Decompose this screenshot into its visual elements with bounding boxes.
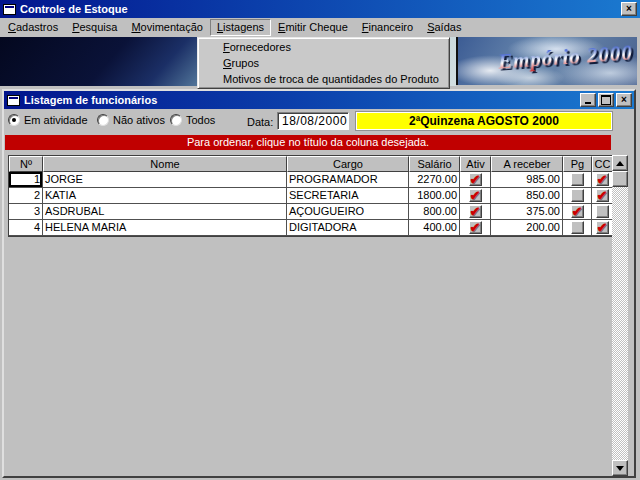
cell-areceber[interactable]: 375.00 [491,204,563,220]
listagem-funcionarios-window: Listagem de funcionários × Em atividade … [2,89,636,478]
checkbox-icon[interactable] [571,221,584,234]
radio-circle-icon [170,114,182,126]
checkbox-icon[interactable]: ✔ [469,221,482,234]
child-window-title: Listagem de funcionários [24,94,157,106]
table-row: 3 ASDRUBAL AÇOUGUEIRO 800.00 ✔ 375.00 ✔ [9,204,612,220]
radio-todos[interactable]: Todos [170,114,215,126]
radio-circle-icon [97,114,109,126]
checkbox-icon[interactable] [596,205,609,218]
cell-num[interactable]: 4 [9,220,43,236]
cell-nome[interactable]: ASDRUBAL [43,204,287,220]
employees-table: Nº Nome Cargo Salário Ativ A receber Pg … [8,155,613,237]
child-body: Em atividade Não ativos Todos Data: 18/0… [4,109,634,476]
sort-hint-banner: Para ordenar, clique no título da coluna… [5,135,611,150]
cell-pg[interactable] [563,188,592,204]
menu-listagens[interactable]: Listagens [210,19,271,36]
close-icon[interactable]: × [616,93,632,107]
child-titlebar: Listagem de funcionários × [4,91,634,109]
checkbox-icon[interactable]: ✔ [596,173,609,186]
table-row: 1 JORGE PROGRAMADOR 2270.00 ✔ 985.00 ✔ [9,172,612,188]
cell-salario[interactable]: 1800.00 [409,188,460,204]
main-titlebar: Controle de Estoque × [0,0,640,18]
listagens-dropdown-menu: Fornecedores Grupos Motivos de troca de … [197,37,450,89]
table-row: 2 KATIA SECRETARIA 1800.00 ✔ 850.00 ✔ [9,188,612,204]
header-pg[interactable]: Pg [563,156,592,172]
cell-cc[interactable] [592,204,612,220]
header-ativ[interactable]: Ativ [460,156,491,172]
radio-nao-ativos[interactable]: Não ativos [97,114,165,126]
cell-cc[interactable]: ✔ [592,172,612,188]
child-window-icon [7,95,20,106]
menu-saidas[interactable]: Saídas [420,19,468,36]
main-window-title: Controle de Estoque [20,3,128,15]
logo-panel: Empório 2000 [456,37,637,85]
table-row: 4 HELENA MARIA DIGITADORA 400.00 ✔ 200.0… [9,220,612,236]
vertical-scrollbar[interactable] [612,155,628,476]
menu-movimentacao[interactable]: Movimentação [124,19,210,36]
checkbox-icon[interactable] [571,173,584,186]
menu-cadastros[interactable]: Cadastros [1,19,65,36]
menuitem-grupos[interactable]: Grupos [198,56,449,72]
checkbox-icon[interactable]: ✔ [469,205,482,218]
scrollbar-thumb[interactable] [612,171,628,187]
header-num[interactable]: Nº [9,156,43,172]
checkbox-icon[interactable]: ✔ [571,205,584,218]
cell-cargo[interactable]: SECRETARIA [287,188,409,204]
minimize-icon[interactable] [580,93,596,107]
scroll-up-icon[interactable] [612,155,628,171]
checkbox-icon[interactable]: ✔ [596,189,609,202]
cell-cc[interactable]: ✔ [592,220,612,236]
cell-ativ[interactable]: ✔ [460,188,491,204]
radio-em-atividade[interactable]: Em atividade [8,114,88,126]
cell-cc[interactable]: ✔ [592,188,612,204]
cell-pg[interactable] [563,220,592,236]
checkbox-icon[interactable] [571,189,584,202]
date-input[interactable]: 18/08/2000 [277,112,349,130]
checkbox-icon[interactable]: ✔ [469,173,482,186]
header-nome[interactable]: Nome [43,156,287,172]
cell-nome[interactable]: HELENA MARIA [43,220,287,236]
cell-ativ[interactable]: ✔ [460,220,491,236]
cell-nome[interactable]: KATIA [43,188,287,204]
scroll-down-icon[interactable] [612,460,628,476]
close-icon[interactable]: × [621,2,637,16]
period-banner: 2ªQuinzena AGOSTO 2000 [356,112,612,130]
menuitem-fornecedores[interactable]: Fornecedores [198,40,449,56]
cell-cargo[interactable]: DIGITADORA [287,220,409,236]
cell-pg[interactable] [563,172,592,188]
header-areceber[interactable]: A receber [491,156,563,172]
app-icon [3,4,16,15]
table-header-row: Nº Nome Cargo Salário Ativ A receber Pg … [9,156,612,172]
app-window: Controle de Estoque × Cadastros Pesquisa… [0,0,640,480]
checkbox-icon[interactable]: ✔ [596,221,609,234]
header-salario[interactable]: Salário [409,156,460,172]
date-label: Data: [247,116,273,128]
cell-salario[interactable]: 800.00 [409,204,460,220]
maximize-icon[interactable] [598,93,614,107]
cell-nome[interactable]: JORGE [43,172,287,188]
menu-emitir-cheque[interactable]: Emitir Cheque [271,19,355,36]
emporio-2000-logo: Empório 2000 [497,40,634,74]
cell-ativ[interactable]: ✔ [460,172,491,188]
cell-num[interactable]: 3 [9,204,43,220]
cell-areceber[interactable]: 985.00 [491,172,563,188]
checkbox-icon[interactable]: ✔ [469,189,482,202]
cell-pg[interactable]: ✔ [563,204,592,220]
cell-salario[interactable]: 2270.00 [409,172,460,188]
cell-areceber[interactable]: 850.00 [491,188,563,204]
header-cargo[interactable]: Cargo [287,156,409,172]
menuitem-motivos-troca[interactable]: Motivos de troca de quantidades do Produ… [198,72,449,88]
menu-pesquisa[interactable]: Pesquisa [65,19,124,36]
radio-circle-icon [8,114,20,126]
cell-num[interactable]: 1 [9,172,43,188]
menubar: Cadastros Pesquisa Movimentação Listagen… [0,18,640,37]
cell-ativ[interactable]: ✔ [460,204,491,220]
cell-areceber[interactable]: 200.00 [491,220,563,236]
cell-cargo[interactable]: PROGRAMADOR [287,172,409,188]
header-cc[interactable]: CC [592,156,612,172]
cell-cargo[interactable]: AÇOUGUEIRO [287,204,409,220]
cell-salario[interactable]: 400.00 [409,220,460,236]
cell-num[interactable]: 2 [9,188,43,204]
menu-financeiro[interactable]: Financeiro [355,19,420,36]
